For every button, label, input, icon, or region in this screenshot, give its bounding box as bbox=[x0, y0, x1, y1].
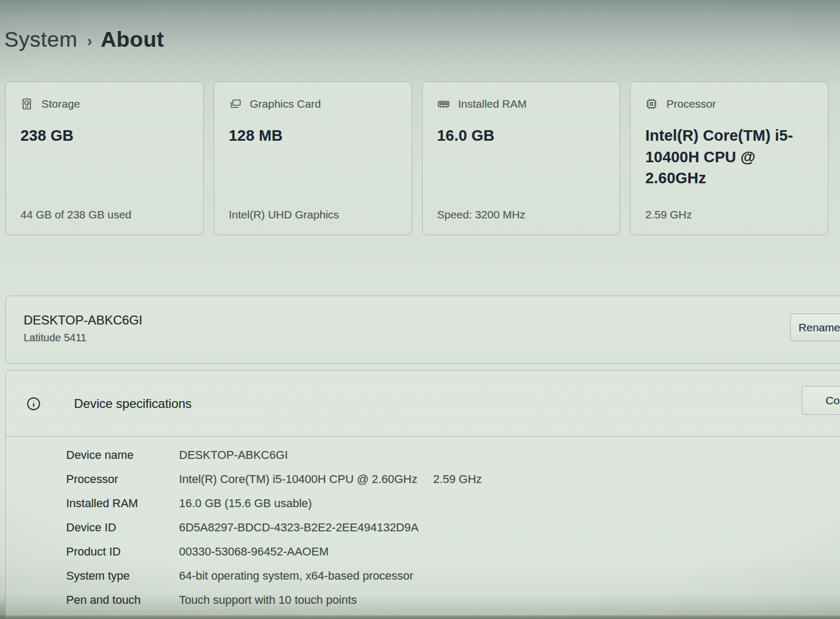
device-specifications-card: Device specifications Device name DESKTO… bbox=[5, 370, 840, 619]
breadcrumb-system[interactable]: System bbox=[4, 27, 78, 52]
card-subtext: Intel(R) UHD Graphics bbox=[229, 208, 339, 221]
spec-row: Device name DESKTOP-ABKC6GI bbox=[66, 448, 840, 473]
spec-label: System type bbox=[66, 569, 179, 583]
breadcrumb: System › About bbox=[4, 27, 164, 52]
summary-cards: Storage 238 GB 44 GB of 238 GB used Grap… bbox=[5, 81, 828, 235]
card-subtext: 44 GB of 238 GB used bbox=[20, 208, 131, 221]
info-icon bbox=[26, 396, 41, 412]
copy-button[interactable]: Copy bbox=[802, 386, 840, 415]
card-label: Processor bbox=[666, 98, 716, 110]
specs-table: Device name DESKTOP-ABKC6GI Processor In… bbox=[6, 437, 840, 617]
card-value: 16.0 GB bbox=[437, 125, 605, 146]
spec-row: Pen and touch Touch support with 10 touc… bbox=[66, 593, 840, 617]
installed-ram-icon bbox=[437, 98, 450, 110]
card-subtext: 2.59 GHz bbox=[645, 208, 692, 221]
graphics-card-icon bbox=[229, 98, 242, 110]
spec-value: Touch support with 10 touch points bbox=[179, 593, 357, 607]
spec-row: Processor Intel(R) Core(TM) i5-10400H CP… bbox=[66, 473, 840, 497]
spec-row: Installed RAM 16.0 GB (15.6 GB usable) bbox=[66, 497, 840, 521]
device-specifications-header[interactable]: Device specifications bbox=[6, 371, 840, 437]
spec-row: System type 64-bit operating system, x64… bbox=[66, 569, 840, 593]
chevron-right-icon: › bbox=[87, 32, 92, 50]
summary-card[interactable]: Installed RAM 16.0 GB Speed: 3200 MHz bbox=[422, 81, 621, 235]
spec-label: Installed RAM bbox=[66, 497, 179, 510]
device-name-bar: DESKTOP-ABKC6GI Latitude 5411 bbox=[5, 296, 840, 364]
spec-value: DESKTOP-ABKC6GI bbox=[179, 448, 288, 462]
device-model: Latitude 5411 bbox=[24, 332, 840, 344]
device-name: DESKTOP-ABKC6GI bbox=[24, 313, 840, 328]
spec-value: Intel(R) Core(TM) i5-10400H CPU @ 2.60GH… bbox=[179, 473, 417, 486]
specs-title: Device specifications bbox=[74, 396, 192, 411]
storage-icon bbox=[20, 98, 33, 110]
card-value: 128 MB bbox=[229, 125, 397, 146]
page-title: About bbox=[101, 27, 164, 52]
summary-card[interactable]: Storage 238 GB 44 GB of 238 GB used bbox=[5, 81, 204, 235]
spec-value: 00330-53068-96452-AAOEM bbox=[179, 545, 329, 559]
spec-value: 6D5A8297-BDCD-4323-B2E2-2EE494132D9A bbox=[179, 521, 418, 534]
spec-label: Device ID bbox=[66, 521, 179, 534]
spec-label: Product ID bbox=[66, 545, 179, 559]
card-label: Storage bbox=[41, 98, 80, 110]
summary-card[interactable]: Processor Intel(R) Core(TM) i5-10400H CP… bbox=[630, 81, 828, 235]
card-label: Graphics Card bbox=[250, 98, 321, 110]
photo-bottom-edge bbox=[0, 615, 840, 619]
card-label: Installed RAM bbox=[458, 98, 527, 110]
spec-value: 16.0 GB (15.6 GB usable) bbox=[179, 497, 312, 510]
summary-card[interactable]: Graphics Card 128 MB Intel(R) UHD Graphi… bbox=[214, 81, 412, 235]
spec-row: Product ID 00330-53068-96452-AAOEM bbox=[66, 545, 840, 569]
spec-label: Device name bbox=[66, 448, 179, 462]
processor-icon bbox=[645, 98, 658, 110]
spec-value: 64-bit operating system, x64-based proce… bbox=[179, 569, 413, 583]
spec-value-secondary: 2.59 GHz bbox=[433, 473, 482, 486]
card-value: Intel(R) Core(TM) i5-10400H CPU @ 2.60GH… bbox=[645, 125, 813, 189]
rename-pc-button[interactable]: Rename this PC bbox=[790, 313, 840, 341]
spec-label: Pen and touch bbox=[66, 593, 179, 607]
spec-row: Device ID 6D5A8297-BDCD-4323-B2E2-2EE494… bbox=[66, 521, 840, 545]
spec-label: Processor bbox=[66, 473, 179, 486]
card-subtext: Speed: 3200 MHz bbox=[437, 208, 526, 221]
card-value: 238 GB bbox=[20, 125, 188, 146]
